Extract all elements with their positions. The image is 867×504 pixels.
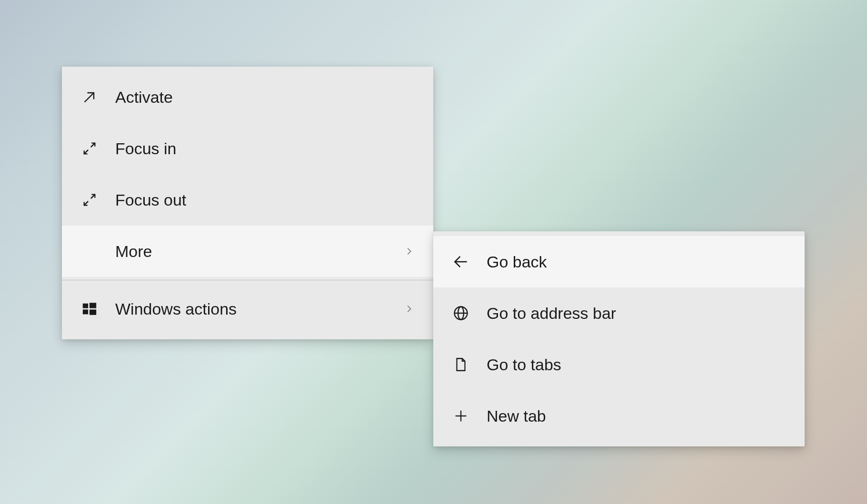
svg-line-0 [85,93,94,102]
chevron-right-icon [402,244,416,258]
menu-separator [62,280,433,280]
svg-line-4 [84,201,89,206]
submenu-item-new-tab[interactable]: New tab [433,390,805,442]
submenu-item-go-to-address-bar[interactable]: Go to address bar [433,287,805,339]
globe-icon [450,303,471,324]
menu-item-label: Windows actions [115,300,402,318]
submenu-item-label: New tab [487,407,787,425]
svg-rect-7 [83,309,88,314]
arrow-left-icon [450,251,471,272]
focus-out-icon [79,189,100,210]
windows-icon [79,298,100,319]
svg-line-3 [91,195,95,199]
focus-in-icon [79,138,100,159]
svg-rect-5 [83,304,88,308]
document-icon [450,354,471,375]
context-menu: Activate Focus in Focus out More [62,67,433,339]
menu-item-focus-in[interactable]: Focus in [62,123,433,174]
arrow-up-right-icon [79,87,100,108]
context-submenu: Go back Go to address bar Go to tabs [433,231,805,446]
submenu-item-go-to-tabs[interactable]: Go to tabs [433,339,805,390]
plus-icon [450,405,471,426]
submenu-item-label: Go to address bar [487,304,787,323]
chevron-right-icon [402,302,416,316]
menu-item-label: More [115,242,402,261]
menu-item-more[interactable]: More [62,226,433,277]
svg-line-1 [84,150,89,154]
menu-item-label: Focus in [115,139,416,158]
menu-item-label: Focus out [115,191,416,209]
svg-line-2 [91,143,95,148]
menu-item-windows-actions[interactable]: Windows actions [62,283,433,335]
submenu-item-label: Go back [487,253,787,271]
menu-item-activate[interactable]: Activate [62,71,433,123]
svg-rect-8 [90,309,96,315]
svg-rect-6 [90,303,96,308]
menu-item-label: Activate [115,88,416,107]
submenu-item-go-back[interactable]: Go back [433,236,805,287]
menu-item-focus-out[interactable]: Focus out [62,174,433,226]
submenu-item-label: Go to tabs [487,356,787,374]
